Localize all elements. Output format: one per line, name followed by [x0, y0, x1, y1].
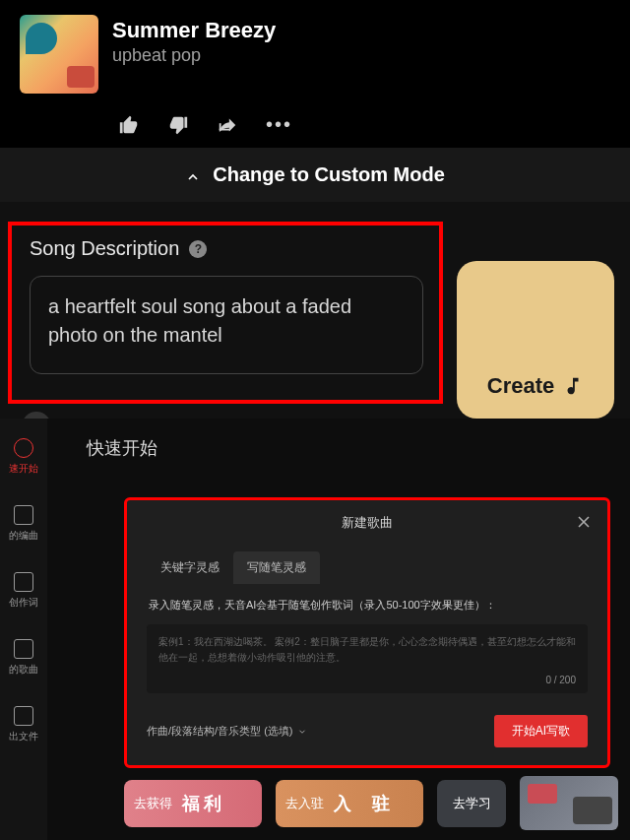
sidebar-item-arrange[interactable]: 的编曲	[9, 505, 38, 543]
card-join[interactable]: 去入驻 入 驻	[276, 780, 423, 827]
promo-image[interactable]	[520, 776, 618, 830]
help-icon[interactable]: ?	[189, 240, 207, 258]
doc-icon	[14, 505, 33, 525]
mode-label: Change to Custom Mode	[213, 163, 445, 186]
card-rewards[interactable]: 去获得 福利	[124, 780, 262, 827]
modal-title: 新建歌曲	[342, 514, 393, 532]
song-description-input[interactable]	[30, 276, 423, 374]
inspiration-input[interactable]: 案例1：我在西湖边喝茶。 案例2：整日脑子里都是你，心心念念期待偶遇，甚至幻想怎…	[147, 624, 588, 693]
music-note-icon	[562, 375, 584, 397]
mode-toggle[interactable]: Change to Custom Mode	[0, 148, 630, 202]
song-title: Summer Breezy	[112, 18, 276, 43]
options-expand[interactable]: 作曲/段落结构/音乐类型 (选填)	[147, 724, 307, 739]
thumbs-up-icon[interactable]	[118, 114, 140, 136]
card-learn[interactable]: 去学习	[437, 780, 506, 827]
modal-description: 录入随笔灵感，天音AI会基于随笔创作歌词（录入50-100字效果更佳）：	[127, 584, 607, 620]
tab-keyword[interactable]: 关键字灵感	[147, 551, 233, 584]
sidebar: 速开始 的编曲 创作词 的歌曲 出文件	[0, 419, 47, 840]
page-title: 快速开始	[87, 436, 591, 460]
description-label: Song Description	[30, 237, 179, 260]
thumbs-down-icon[interactable]	[167, 114, 189, 136]
svg-rect-1	[220, 123, 221, 130]
sidebar-item-export[interactable]: 出文件	[9, 706, 38, 743]
share-icon[interactable]	[217, 114, 238, 136]
more-icon[interactable]: •••	[266, 113, 292, 136]
sidebar-item-quickstart[interactable]: 速开始	[9, 438, 38, 476]
char-counter: 0 / 200	[545, 675, 576, 685]
close-icon[interactable]	[574, 512, 594, 532]
album-art[interactable]	[20, 15, 98, 94]
create-label: Create	[487, 373, 554, 399]
tab-freewrite[interactable]: 写随笔灵感	[233, 551, 320, 584]
folder-icon	[14, 639, 33, 659]
new-song-modal: 新建歌曲 关键字灵感 写随笔灵感 录入随笔灵感，天音AI会基于随笔创作歌词（录入…	[124, 497, 610, 768]
sidebar-item-songs[interactable]: 的歌曲	[9, 639, 38, 677]
create-button[interactable]: Create	[457, 261, 614, 419]
export-icon	[14, 706, 33, 726]
chevron-up-icon	[185, 167, 201, 183]
chevron-down-icon	[297, 727, 307, 737]
song-genre: upbeat pop	[112, 45, 276, 66]
song-description-panel: Song Description ?	[8, 222, 443, 404]
doc-icon	[14, 572, 33, 592]
start-ai-button[interactable]: 开始AI写歌	[494, 715, 588, 747]
placeholder-text: 案例1：我在西湖边喝茶。 案例2：整日脑子里都是你，心心念念期待偶遇，甚至幻想怎…	[158, 634, 576, 666]
bolt-icon	[14, 438, 33, 458]
sidebar-item-lyrics[interactable]: 创作词	[9, 572, 38, 610]
